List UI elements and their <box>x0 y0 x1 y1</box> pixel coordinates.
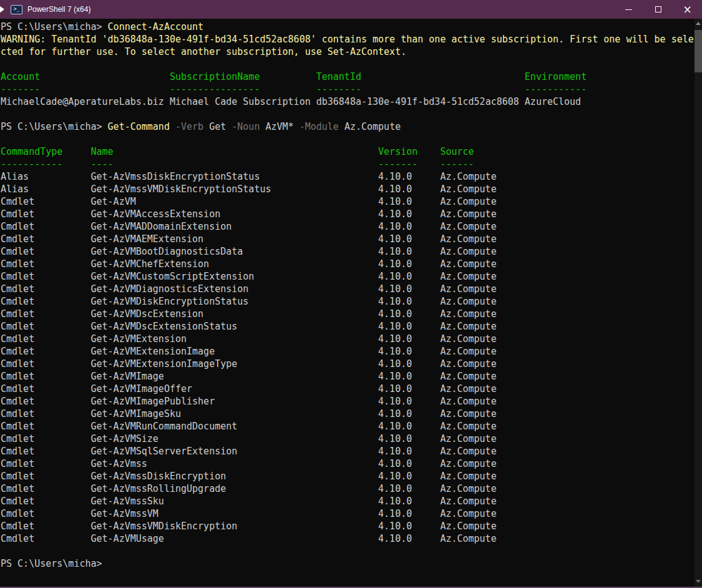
blank-line <box>1 108 695 120</box>
cell-command-type: Cmdlet <box>1 258 90 270</box>
cell-source: Az.Compute <box>440 295 496 308</box>
cell-name: Get-AzVMADDomainExtension <box>90 220 378 233</box>
cell-source: Az.Compute <box>440 495 496 507</box>
cell-name: Get-AzVMDiagnosticsExtension <box>90 283 378 295</box>
table-row: CmdletGet-AzVMDiagnosticsExtension4.10.0… <box>1 283 695 295</box>
cell-name: Get-AzVMSize <box>90 433 378 445</box>
input-line[interactable]: PS C:\Users\micha> <box>1 557 695 570</box>
parameter-module: -Module <box>300 121 344 132</box>
cell-command-type: Cmdlet <box>1 358 90 370</box>
cell-name: Get-AzVmssSku <box>90 495 378 507</box>
cell-name: Get-AzVmssDiskEncryption <box>90 470 378 483</box>
table-row: CmdletGet-AzVMImageOffer4.10.0Az.Compute <box>1 383 695 395</box>
cell-command-type: Alias <box>1 183 90 195</box>
underline-subscription-name: ---------------- <box>170 83 316 96</box>
table-row: CmdletGet-AzVMAEMExtension4.10.0Az.Compu… <box>1 233 695 245</box>
cell-name: Get-AzVmss <box>90 458 378 470</box>
cell-environment: AzureCloud <box>525 96 581 108</box>
cell-command-type: Alias <box>1 170 90 183</box>
table-row: CmdletGet-AzVMDiskEncryptionStatus4.10.0… <box>1 295 695 308</box>
table-row: CmdletGet-AzVMExtension4.10.0Az.Compute <box>1 333 695 345</box>
command-table-header: CommandTypeNameVersionSource <box>1 145 695 158</box>
cell-version: 4.10.0 <box>378 345 440 358</box>
cell-version: 4.10.0 <box>378 370 440 383</box>
cell-name: Get-AzVMDscExtension <box>90 308 378 320</box>
cell-version: 4.10.0 <box>378 258 440 270</box>
cell-version: 4.10.0 <box>378 220 440 233</box>
cell-command-type: Cmdlet <box>1 507 90 520</box>
cell-source: Az.Compute <box>440 333 496 345</box>
cell-source: Az.Compute <box>440 320 496 333</box>
header-source: Source <box>440 145 474 158</box>
scroll-up-icon[interactable] <box>696 22 701 25</box>
cell-command-type: Cmdlet <box>1 295 90 308</box>
close-button[interactable]: × <box>673 0 702 19</box>
header-account: Account <box>1 71 170 83</box>
account-table-underline: ----------------------------------------… <box>1 83 695 96</box>
warning-line-2: cted for further use. To select another … <box>1 46 695 58</box>
table-row: CmdletGet-AzVMExtensionImage4.10.0Az.Com… <box>1 345 695 358</box>
blank-line <box>1 133 695 145</box>
cell-version: 4.10.0 <box>378 520 440 532</box>
cell-version: 4.10.0 <box>378 358 440 370</box>
cell-source: Az.Compute <box>440 383 496 395</box>
cell-command-type: Cmdlet <box>1 195 90 208</box>
cell-source: Az.Compute <box>440 270 496 283</box>
cell-name: Get-AzVMImagePublisher <box>90 395 378 408</box>
scrollbar-thumb[interactable] <box>695 30 702 72</box>
header-tenant-id: TenantId <box>316 71 525 83</box>
cell-command-type: Cmdlet <box>1 345 90 358</box>
cell-name: Get-AzVMBootDiagnosticsData <box>90 245 378 258</box>
argument-verb: Get <box>209 121 232 132</box>
maximize-button[interactable] <box>643 0 673 19</box>
cell-command-type: Cmdlet <box>1 270 90 283</box>
command-text: Connect-AzAccount <box>108 21 204 32</box>
cell-name: Get-AzVmssRollingUpgrade <box>90 483 378 495</box>
cell-version: 4.10.0 <box>378 433 440 445</box>
window-title: PowerShell 7 (x64) <box>27 5 90 14</box>
close-icon: × <box>683 4 691 15</box>
table-row: CmdletGet-AzVMCustomScriptExtension4.10.… <box>1 270 695 283</box>
cell-source: Az.Compute <box>440 233 496 245</box>
header-version: Version <box>378 145 440 158</box>
cell-name: Get-AzVMExtensionImageType <box>90 358 378 370</box>
table-row: CmdletGet-AzVmssRollingUpgrade4.10.0Az.C… <box>1 483 695 495</box>
table-row: CmdletGet-AzVMSize4.10.0Az.Compute <box>1 433 695 445</box>
table-row: CmdletGet-AzVMRunCommandDocument4.10.0Az… <box>1 420 695 433</box>
cell-source: Az.Compute <box>440 220 496 233</box>
underline-account: ------- <box>1 83 170 96</box>
minimize-icon <box>625 9 632 10</box>
cell-name: Get-AzVMImageSku <box>90 408 378 420</box>
cell-source: Az.Compute <box>440 408 496 420</box>
cell-version: 4.10.0 <box>378 170 440 183</box>
cell-version: 4.10.0 <box>378 458 440 470</box>
minimize-button[interactable] <box>614 0 643 19</box>
cell-source: Az.Compute <box>440 258 496 270</box>
cell-command-type: Cmdlet <box>1 458 90 470</box>
underline-source: ------ <box>440 158 474 170</box>
table-row: AliasGet-AzVmssDiskEncryptionStatus4.10.… <box>1 170 695 183</box>
cell-name: Get-AzVMImageOffer <box>90 383 378 395</box>
cell-version: 4.10.0 <box>378 408 440 420</box>
table-row: CmdletGet-AzVmssVMDiskEncryption4.10.0Az… <box>1 520 695 532</box>
cell-source: Az.Compute <box>440 370 496 383</box>
vertical-scrollbar[interactable] <box>695 19 702 587</box>
titlebar[interactable]: >_ PowerShell 7 (x64) × <box>0 0 702 19</box>
prompt: PS C:\Users\micha> <box>1 121 108 132</box>
cell-source: Az.Compute <box>440 195 496 208</box>
cell-command-type: Cmdlet <box>1 433 90 445</box>
maximize-icon <box>655 6 661 12</box>
cell-name: Get-AzVMChefExtension <box>90 258 378 270</box>
cell-command-type: Cmdlet <box>1 383 90 395</box>
cell-command-type: Cmdlet <box>1 220 90 233</box>
play-icon <box>0 6 4 13</box>
table-row: CmdletGet-AzVMDscExtension4.10.0Az.Compu… <box>1 308 695 320</box>
scroll-down-icon[interactable] <box>696 580 701 583</box>
cell-source: Az.Compute <box>440 308 496 320</box>
terminal-output: PS C:\Users\micha> Connect-AzAccount WAR… <box>0 19 695 587</box>
cell-source: Az.Compute <box>440 445 496 458</box>
cell-command-type: Cmdlet <box>1 333 90 345</box>
prompt: PS C:\Users\micha> <box>1 21 108 32</box>
cell-source: Az.Compute <box>440 532 496 545</box>
command-line-2: PS C:\Users\micha> Get-Command -Verb Get… <box>1 120 695 133</box>
